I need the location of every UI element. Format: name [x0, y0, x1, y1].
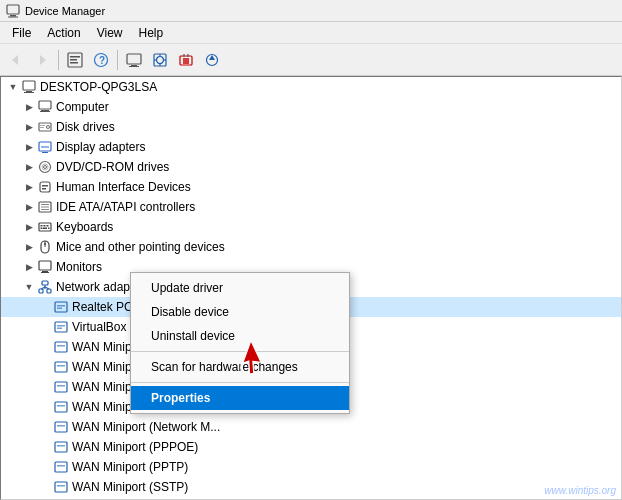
svg-rect-45: [42, 185, 48, 187]
svg-rect-13: [129, 66, 139, 67]
menu-bar: File Action View Help: [0, 22, 622, 44]
ctx-sep-1: [131, 351, 349, 352]
svg-text:?: ?: [99, 55, 105, 66]
svg-rect-30: [24, 92, 34, 93]
disk-expand[interactable]: ▶: [21, 119, 37, 135]
svg-rect-87: [57, 445, 65, 447]
menu-file[interactable]: File: [4, 24, 39, 42]
tree-item-disk[interactable]: ▶ Disk drives: [1, 117, 621, 137]
monitors-expand[interactable]: ▶: [21, 259, 37, 275]
wan8-label: WAN Miniport (SSTP): [72, 480, 188, 494]
forward-button[interactable]: [30, 48, 54, 72]
hid-expand[interactable]: ▶: [21, 179, 37, 195]
display-expand[interactable]: ▶: [21, 139, 37, 155]
svg-rect-1: [10, 15, 16, 17]
wan7-icon: [53, 459, 69, 475]
network-expand[interactable]: ▼: [21, 279, 37, 295]
svg-point-43: [42, 164, 48, 170]
svg-rect-81: [57, 385, 65, 387]
menu-action[interactable]: Action: [39, 24, 88, 42]
help-button[interactable]: ?: [89, 48, 113, 72]
mice-expand[interactable]: ▶: [21, 239, 37, 255]
wan4-icon: [53, 399, 69, 415]
update-button[interactable]: [200, 48, 224, 72]
svg-rect-8: [70, 62, 78, 64]
dvd-label: DVD/CD-ROM drives: [56, 160, 169, 174]
computer-label: Computer: [56, 100, 109, 114]
ide-expand[interactable]: ▶: [21, 199, 37, 215]
ctx-uninstall-device[interactable]: Uninstall device: [131, 324, 349, 348]
tree-item-wan8[interactable]: WAN Miniport (SSTP): [1, 477, 621, 497]
svg-rect-63: [41, 272, 49, 273]
svg-rect-91: [57, 485, 65, 487]
tree-item-dvd[interactable]: ▶ DVD/CD-ROM drives: [1, 157, 621, 177]
svg-rect-39: [42, 152, 48, 153]
svg-rect-90: [55, 482, 67, 492]
toolbar-sep-2: [117, 50, 118, 70]
computer-expand[interactable]: ▶: [21, 99, 37, 115]
svg-rect-29: [26, 91, 32, 92]
svg-rect-49: [41, 207, 49, 208]
tree-item-wan7[interactable]: WAN Miniport (PPTP): [1, 457, 621, 477]
ide-label: IDE ATA/ATAPI controllers: [56, 200, 195, 214]
toolbar: ?: [0, 44, 622, 76]
tree-item-computer[interactable]: ▶ Computer: [1, 97, 621, 117]
dvd-expand[interactable]: ▶: [21, 159, 37, 175]
title-bar: Device Manager: [0, 0, 622, 22]
realtek-icon: [53, 299, 69, 315]
tree-item-wan5[interactable]: WAN Miniport (Network M...: [1, 417, 621, 437]
svg-rect-55: [41, 228, 43, 230]
svg-rect-33: [40, 111, 50, 112]
svg-marker-4: [40, 55, 46, 65]
tree-item-mice[interactable]: ▶ Mice and other pointing devices: [1, 237, 621, 257]
svg-rect-82: [55, 402, 67, 412]
tree-root[interactable]: ▼ DESKTOP-QPG3LSA: [1, 77, 621, 97]
display-button[interactable]: [122, 48, 146, 72]
hid-label: Human Interface Devices: [56, 180, 191, 194]
svg-rect-37: [40, 127, 44, 128]
svg-rect-76: [55, 342, 67, 352]
svg-marker-27: [209, 55, 215, 60]
menu-help[interactable]: Help: [131, 24, 172, 42]
svg-rect-79: [57, 365, 65, 367]
svg-rect-40: [41, 146, 49, 148]
context-menu: Update driver Disable device Uninstall d…: [130, 272, 350, 414]
svg-rect-53: [44, 225, 46, 227]
root-expand[interactable]: ▼: [5, 79, 21, 95]
tree-item-keyboards[interactable]: ▶ Keyboards: [1, 217, 621, 237]
vbox-icon: [53, 319, 69, 335]
ctx-disable-device[interactable]: Disable device: [131, 300, 349, 324]
wan7-label: WAN Miniport (PPTP): [72, 460, 188, 474]
svg-point-15: [157, 56, 164, 63]
svg-rect-65: [39, 289, 43, 293]
svg-rect-31: [39, 101, 51, 109]
keyboards-expand[interactable]: ▶: [21, 219, 37, 235]
network-icon: [37, 279, 53, 295]
svg-rect-71: [57, 305, 65, 307]
svg-rect-78: [55, 362, 67, 372]
ctx-properties[interactable]: Properties: [131, 386, 349, 410]
svg-rect-51: [39, 223, 51, 231]
svg-rect-52: [41, 225, 43, 227]
tree-item-wan6[interactable]: WAN Miniport (PPPOE): [1, 437, 621, 457]
uninstall-button[interactable]: [174, 48, 198, 72]
tree-item-display[interactable]: ▶ Display adapters: [1, 137, 621, 157]
menu-view[interactable]: View: [89, 24, 131, 42]
svg-marker-3: [12, 55, 18, 65]
scan-button[interactable]: [148, 48, 172, 72]
svg-rect-70: [55, 302, 67, 312]
tree-item-hid[interactable]: ▶ Human Interface Devices: [1, 177, 621, 197]
properties-button[interactable]: [63, 48, 87, 72]
back-button[interactable]: [4, 48, 28, 72]
svg-point-42: [44, 166, 47, 169]
svg-rect-32: [41, 110, 49, 111]
ctx-update-driver[interactable]: Update driver: [131, 276, 349, 300]
svg-rect-80: [55, 382, 67, 392]
svg-rect-72: [57, 308, 62, 310]
wan8-icon: [53, 479, 69, 495]
monitor-icon: [37, 259, 53, 275]
main-area: ▼ DESKTOP-QPG3LSA ▶ Computer: [0, 76, 622, 500]
svg-rect-54: [47, 225, 49, 227]
svg-rect-64: [42, 281, 48, 285]
tree-item-ide[interactable]: ▶ IDE ATA/ATAPI controllers: [1, 197, 621, 217]
